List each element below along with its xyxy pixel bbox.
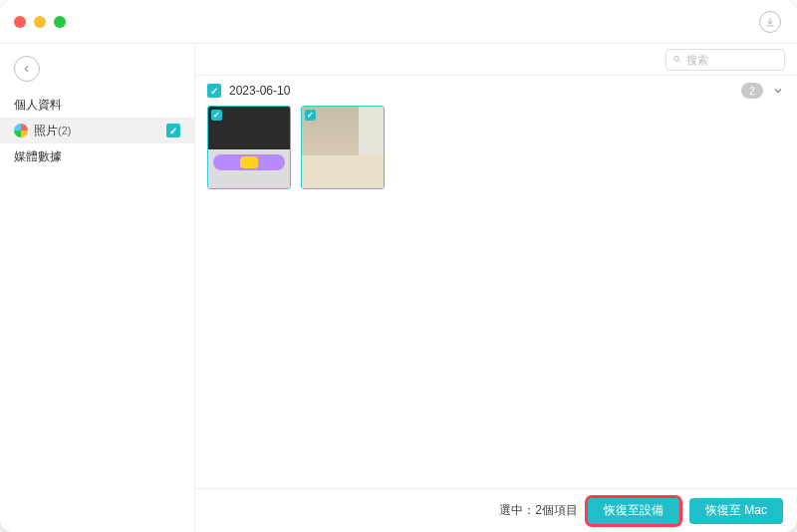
selection-status: 選中：2個項目 bbox=[499, 502, 578, 519]
restore-to-device-button[interactable]: 恢復至設備 bbox=[588, 498, 679, 524]
topbar bbox=[195, 44, 797, 76]
close-icon[interactable] bbox=[14, 16, 26, 28]
check-icon[interactable]: ✓ bbox=[166, 124, 180, 137]
photos-icon bbox=[14, 124, 28, 137]
group-date: 2023-06-10 bbox=[229, 84, 290, 98]
sidebar-item-label: 照片(2) bbox=[34, 123, 166, 139]
download-icon[interactable] bbox=[759, 11, 781, 33]
photo-thumbnail[interactable]: ✓ bbox=[207, 106, 291, 189]
sidebar-item-label: 媒體數據 bbox=[14, 148, 180, 165]
svg-point-0 bbox=[674, 56, 679, 61]
sidebar-item-photos[interactable]: 照片(2) ✓ bbox=[0, 118, 194, 143]
search-input[interactable] bbox=[665, 49, 785, 71]
thumb-check-icon[interactable]: ✓ bbox=[211, 110, 222, 121]
app-window: 個人資料 照片(2) ✓ 媒體數據 ✓ bbox=[0, 0, 797, 532]
sidebar: 個人資料 照片(2) ✓ 媒體數據 bbox=[0, 44, 195, 532]
back-button[interactable] bbox=[14, 56, 40, 82]
sidebar-item-media[interactable]: 媒體數據 bbox=[0, 143, 194, 169]
sidebar-item-profile[interactable]: 個人資料 bbox=[0, 92, 194, 118]
group-count-badge: 2 bbox=[741, 83, 763, 99]
chevron-down-icon[interactable] bbox=[771, 85, 785, 97]
search-icon bbox=[672, 54, 682, 65]
group-checkbox[interactable]: ✓ bbox=[207, 84, 221, 98]
minimize-icon[interactable] bbox=[34, 16, 46, 28]
thumbnails: ✓ ✓ bbox=[195, 106, 797, 201]
photo-thumbnail[interactable]: ✓ bbox=[301, 106, 385, 189]
titlebar bbox=[0, 0, 797, 44]
thumb-check-icon[interactable]: ✓ bbox=[305, 110, 316, 121]
body: 個人資料 照片(2) ✓ 媒體數據 ✓ bbox=[0, 44, 797, 532]
group-header: ✓ 2023-06-10 2 bbox=[195, 76, 797, 106]
sidebar-item-label: 個人資料 bbox=[14, 97, 180, 114]
restore-to-mac-button[interactable]: 恢復至 Mac bbox=[689, 498, 783, 524]
footer: 選中：2個項目 恢復至設備 恢復至 Mac bbox=[195, 488, 797, 532]
window-controls bbox=[14, 16, 66, 28]
main: ✓ 2023-06-10 2 ✓ ✓ 選中：2個項目 bbox=[195, 44, 797, 532]
search-field[interactable] bbox=[686, 54, 778, 66]
zoom-icon[interactable] bbox=[54, 16, 66, 28]
